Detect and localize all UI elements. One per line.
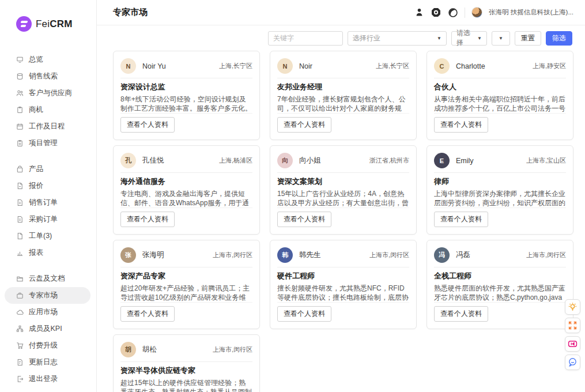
- org-chart-icon: [16, 325, 24, 333]
- card-header: N Noir Yu 上海,长宁区: [120, 58, 252, 78]
- view-profile-button[interactable]: 查看个人资料: [434, 306, 488, 322]
- player-icon: [568, 339, 578, 349]
- user-company-label[interactable]: 张海明 扶摇信息科技(上海)...: [489, 8, 573, 17]
- expert-name: Noir: [299, 62, 312, 70]
- sidebar-item-app-market[interactable]: 应用市场: [0, 304, 96, 321]
- expert-name: 张海明: [142, 250, 164, 260]
- sidebar-item-logout[interactable]: 退出登录: [0, 371, 96, 387]
- expert-description: 超过20年研发+产品经验，前腾讯员工；主导过营收超10亿级别的产品研发和业务维护…: [120, 284, 252, 302]
- expert-title: 资深半导体供应链专家: [120, 366, 252, 375]
- view-profile-button[interactable]: 查看个人资料: [434, 117, 488, 133]
- expert-title: 硬件工程师: [277, 272, 409, 281]
- expert-description: 7年创业经验，擅长财富规划包含个人、公司，不仅可以给出针对个人家庭的财务规划，更…: [277, 95, 409, 113]
- view-profile-button[interactable]: 查看个人资料: [277, 117, 331, 133]
- file-icon: [16, 232, 24, 240]
- sidebar-item-work-orders[interactable]: 工单(3): [0, 228, 96, 244]
- view-profile-button[interactable]: 查看个人资料: [277, 306, 331, 322]
- reset-button[interactable]: 重置: [515, 31, 541, 46]
- sidebar-item-opportunities[interactable]: 商机: [0, 101, 96, 118]
- expert-name: 韩先生: [299, 250, 321, 260]
- card-header: E Emily 上海市,宝山区: [434, 153, 566, 173]
- view-profile-button[interactable]: 查看个人资料: [434, 212, 488, 227]
- clipboard-icon: [16, 106, 24, 114]
- expert-name: Emily: [456, 157, 474, 165]
- expert-name: 孔佳悦: [142, 156, 164, 165]
- expert-card: 向 向小姐 浙江省,杭州市 资深文案策划 15年以上广告行业从业经历；4A，创意…: [270, 145, 417, 235]
- secondary-select[interactable]: 请选择 ▼: [451, 31, 487, 46]
- clipboard-list-icon: [16, 140, 24, 147]
- view-profile-button[interactable]: 查看个人资料: [120, 117, 175, 133]
- expert-location: 上海市,宝山区: [526, 156, 566, 165]
- sidebar-item-changelog[interactable]: 更新日志: [0, 354, 96, 371]
- brand-logo: FeiCRM: [0, 16, 96, 32]
- mini-select[interactable]: ▼: [492, 31, 510, 46]
- expert-avatar: 胡: [120, 342, 136, 357]
- expert-location: 上海,静安区: [533, 62, 566, 70]
- industry-select[interactable]: 选择行业 ▼: [348, 31, 447, 46]
- expert-card: 张 张海明 上海市,闵行区 资深产品专家 超过20年研发+产品经验，前腾讯员工；…: [113, 240, 260, 329]
- expert-avatar: 韩: [277, 247, 293, 263]
- view-profile-button[interactable]: 查看个人资料: [120, 306, 175, 322]
- support-chat-icon: [568, 357, 578, 367]
- sidebar-item-quotes[interactable]: 报价: [0, 178, 96, 194]
- briefcase-icon: [16, 292, 24, 299]
- feicrm-logo-icon: [16, 16, 32, 32]
- expert-card: 胡 胡松 上海市,闵行区 资深半导体供应链专家 超过15年以上的硬件供应链管理经…: [113, 334, 260, 392]
- theme-toggle-icon[interactable]: [448, 7, 458, 18]
- expert-description: 从事法务相关中高端职位招聘近十年，前后成功推荐多个十亿，百亿上市公司法务一号位二…: [434, 95, 566, 113]
- sidebar-item-purchase-orders[interactable]: 采购订单: [0, 211, 96, 228]
- chevron-down-icon: ▼: [473, 36, 482, 41]
- expert-location: 上海市,闵行区: [213, 251, 252, 259]
- sidebar-item-schedule[interactable]: 工作及日程: [0, 118, 96, 135]
- expert-title: 资深文案策划: [277, 177, 409, 186]
- sidebar-item-upgrade[interactable]: 付费升级: [0, 337, 96, 354]
- expert-card: E Emily 上海市,宝山区 律师 上海中型律所资深办案律师，尤其擅长企业层面…: [427, 145, 573, 235]
- expert-avatar: 张: [120, 247, 136, 263]
- user-avatar[interactable]: [471, 7, 482, 18]
- expert-description: 专注电商、游戏及金融出海客户，提供短信、邮件、语音及WhatsApp服务，用于通…: [120, 189, 252, 208]
- card-footer: 查看个人资料: [120, 208, 252, 227]
- expert-card: 冯 冯磊 上海市,闵行区 全栈工程师 熟悉硬件层面的软件开发，尤其熟悉国产蓝牙芯…: [427, 240, 573, 329]
- card-header: 韩 韩先生 上海市,闵行区: [277, 247, 409, 267]
- player-button[interactable]: [565, 336, 580, 352]
- card-footer: 查看个人资料: [120, 302, 252, 322]
- card-footer: 查看个人资料: [277, 302, 409, 322]
- main-area: 专家市场 张海明 扶摇信息科技(上海)... 选择行业 ▼ 请选择 ▼ ▼: [97, 0, 585, 392]
- topbar-divider: [465, 7, 465, 18]
- card-footer: 查看个人资料: [434, 113, 566, 133]
- sidebar-item-cloud-docs[interactable]: 云盘及文档: [0, 270, 96, 287]
- sidebar-item-projects[interactable]: 项目管理: [0, 135, 96, 152]
- filter-bar: 选择行业 ▼ 请选择 ▼ ▼ 重置 筛选: [97, 25, 585, 51]
- sidebar-item-members-kpi[interactable]: 成员及KPI: [0, 321, 96, 337]
- view-profile-button[interactable]: 查看个人资料: [277, 212, 331, 227]
- expert-avatar: N: [120, 58, 136, 74]
- card-footer: 查看个人资料: [120, 113, 252, 133]
- support-chat-button[interactable]: [565, 355, 580, 370]
- user-icon[interactable]: [414, 7, 424, 17]
- filter-button[interactable]: 筛选: [546, 31, 572, 46]
- expert-description: 上海中型律所资深办案律师，尤其擅长企业层面劳资纠纷，商业纠纷，知识产权层面的相关…: [434, 189, 566, 208]
- sidebar-item-customers-suppliers[interactable]: 客户与供应商: [0, 85, 96, 101]
- expert-location: 上海,长宁区: [219, 62, 252, 70]
- folder-icon: [16, 275, 24, 282]
- keyword-input[interactable]: [268, 31, 343, 46]
- sidebar-item-leads[interactable]: 销售线索: [0, 68, 96, 85]
- users-icon: [16, 89, 24, 97]
- fullscreen-button[interactable]: [565, 318, 580, 333]
- view-profile-button[interactable]: 查看个人资料: [120, 212, 175, 227]
- hint-button[interactable]: [565, 299, 580, 315]
- cart-icon: [16, 342, 24, 349]
- expert-card: 孔 孔佳悦 上海,杨浦区 海外通信服务 专注电商、游戏及金融出海客户，提供短信、…: [113, 145, 260, 235]
- sidebar-item-overview[interactable]: 总览: [0, 51, 96, 68]
- expert-name: 冯磊: [456, 250, 470, 260]
- sidebar-item-sales-orders[interactable]: 销售订单: [0, 194, 96, 211]
- card-header: 冯 冯磊 上海市,闵行区: [434, 247, 566, 267]
- expert-card: N Noir 上海,长宁区 友邦业务经理 7年创业经验，擅长财富规划包含个人、公…: [270, 51, 417, 140]
- sidebar-item-reports[interactable]: 报表: [0, 244, 96, 261]
- sidebar-item-products[interactable]: 产品: [0, 161, 96, 178]
- expert-avatar: 向: [277, 153, 293, 168]
- card-footer: 查看个人资料: [277, 208, 409, 227]
- card-header: 向 向小姐 浙江省,杭州市: [277, 153, 409, 173]
- sidebar-item-expert-market[interactable]: 专家市场: [5, 287, 90, 304]
- gear-icon[interactable]: [431, 7, 441, 18]
